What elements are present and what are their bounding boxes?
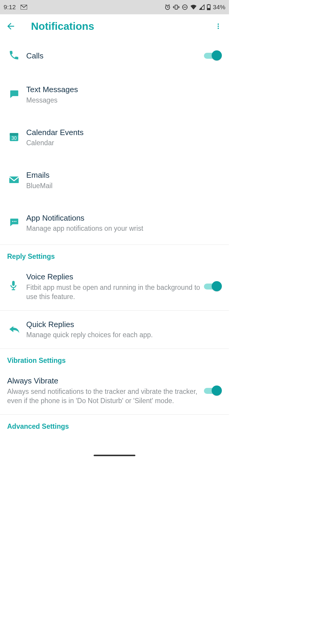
section-advanced-settings: Advanced Settings [0,415,229,433]
svg-rect-15 [208,8,210,10]
voice-title: Voice Replies [26,272,200,282]
svg-point-18 [218,28,219,29]
svg-line-4 [165,4,166,5]
texts-title: Text Messages [26,85,218,95]
more-menu-button[interactable] [211,19,225,33]
calendar-icon: 30 [8,131,20,144]
wifi-icon [190,4,197,10]
svg-point-25 [16,221,16,222]
calendar-title: Calendar Events [26,128,218,137]
svg-point-16 [218,24,219,25]
status-bar: 9:12 34% [0,0,229,14]
reply-arrow-icon [8,324,20,335]
row-app-notifications[interactable]: App Notifications Manage app notificatio… [0,202,229,245]
quick-sub: Manage quick reply choices for each app. [26,330,218,340]
gmail-icon [21,5,27,10]
calendar-sub: Calendar [26,138,218,148]
svg-rect-20 [10,133,18,136]
svg-point-23 [12,221,13,222]
svg-point-17 [218,26,219,27]
microphone-icon [8,280,18,293]
svg-rect-22 [9,177,19,183]
signal-icon [199,4,205,10]
voice-sub: Fitbit app must be open and running in t… [26,283,200,301]
status-battery-text: 34% [213,4,225,11]
texts-sub: Messages [26,96,218,105]
svg-line-5 [169,4,170,5]
row-calls[interactable]: Calls [0,38,229,73]
row-text-messages[interactable]: Text Messages Messages [0,73,229,116]
always-vibrate-sub: Always send notifications to the tracker… [7,387,200,405]
row-voice-replies[interactable]: Voice Replies Fitbit app must be open an… [0,263,229,310]
always-vibrate-toggle[interactable] [204,386,222,396]
svg-rect-6 [175,5,177,9]
svg-rect-14 [208,4,209,5]
svg-rect-26 [12,281,15,286]
emails-sub: BlueMail [26,181,218,191]
alarm-icon [165,4,171,10]
status-time: 9:12 [4,4,16,11]
email-icon [8,175,20,185]
row-calendar[interactable]: 30 Calendar Events Calendar [0,116,229,159]
page-title: Notifications [31,20,211,32]
row-quick-replies[interactable]: Quick Replies Manage quick reply choices… [0,311,229,349]
appnotif-title: App Notifications [26,213,218,223]
quick-title: Quick Replies [26,320,218,329]
svg-text:30: 30 [11,136,17,141]
app-notifications-icon [8,217,20,229]
calls-title: Calls [26,51,200,61]
notification-settings-list: Calls Text Messages Messages 30 Calendar… [0,38,229,433]
dnd-icon [182,4,188,10]
emails-title: Emails [26,170,218,180]
back-button[interactable] [2,18,19,35]
row-always-vibrate[interactable]: Always Vibrate Always send notifications… [0,367,229,414]
section-vibration-settings: Vibration Settings [0,349,229,367]
phone-icon [8,49,20,62]
row-emails[interactable]: Emails BlueMail [0,159,229,202]
navigation-handle[interactable] [94,455,135,456]
appnotif-sub: Manage app notifications on your wrist [26,224,218,233]
battery-icon [207,4,210,10]
message-icon [8,89,20,101]
vibrate-icon [173,4,179,10]
always-vibrate-title: Always Vibrate [7,376,200,386]
calls-toggle[interactable] [204,50,222,61]
app-bar: Notifications [0,14,229,38]
section-reply-settings: Reply Settings [0,245,229,263]
svg-point-24 [14,221,15,222]
voice-replies-toggle[interactable] [204,281,222,292]
